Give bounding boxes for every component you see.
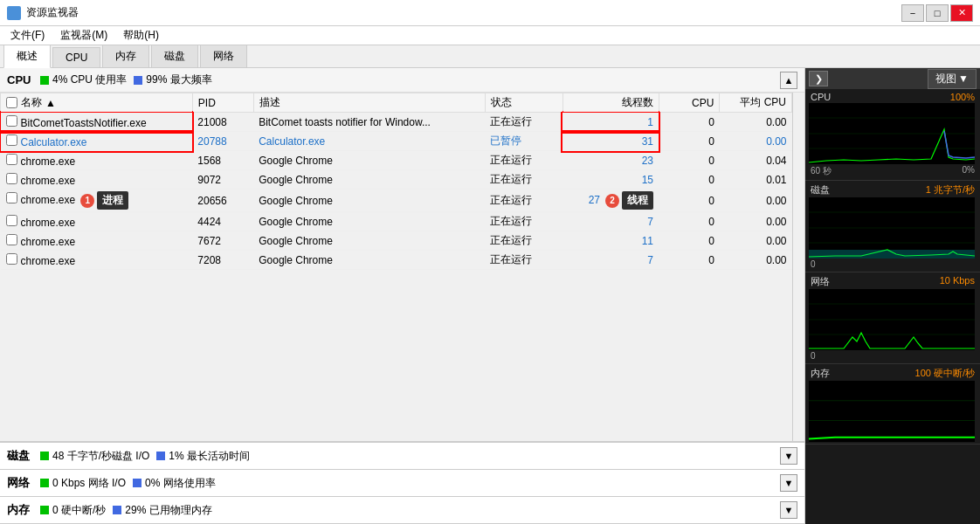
memory-expand-btn[interactable]: ▼ (780, 501, 797, 519)
cpu-table-area: 名称 ▲ PID 描述 状态 线程数 CPU 平均 CPU (0, 93, 804, 441)
process-name-cell: chrome.exe (1, 212, 193, 231)
cpu-table-container[interactable]: 名称 ▲ PID 描述 状态 线程数 CPU 平均 CPU (0, 93, 792, 441)
process-name: chrome.exe (21, 175, 76, 187)
network-section-header[interactable]: 网络 0 Kbps 网络 I/O 0% 网络使用率 ▼ (0, 470, 804, 496)
annotation-label-process: 进程 (97, 191, 128, 210)
process-status: 正在运行 (485, 151, 562, 170)
menu-help[interactable]: 帮助(H) (116, 26, 166, 45)
disk-blue-dot (156, 452, 165, 460)
network-expand-btn[interactable]: ▼ (780, 474, 797, 492)
network-usage-text: 0% 网络使用率 (145, 476, 216, 491)
process-name-cell: Calculator.exe (1, 132, 193, 151)
col-header-status[interactable]: 状态 (485, 93, 562, 113)
table-row[interactable]: chrome.exe1进程20656Google Chrome正在运行272线程… (1, 190, 792, 212)
process-name: chrome.exe (21, 236, 76, 248)
row-checkbox[interactable] (6, 215, 17, 226)
process-avgcpu: 0.00 (720, 251, 792, 270)
disk-active-text: 1% 最长活动时间 (169, 449, 250, 464)
table-row[interactable]: chrome.exe1568Google Chrome正在运行2300.04 (1, 151, 792, 170)
close-button[interactable]: ✕ (950, 4, 973, 22)
process-pid: 20788 (192, 132, 253, 151)
cpu-scrollbar[interactable] (792, 93, 804, 441)
process-threads: 272线程 (562, 190, 659, 212)
process-cpu: 0 (659, 170, 720, 190)
network-title: 网络 (7, 475, 33, 491)
network-status-2: 0% 网络使用率 (133, 476, 216, 491)
row-checkbox[interactable] (6, 154, 17, 165)
memory-blue-dot (113, 506, 121, 514)
cpu-chart-time: 60 秒 (811, 165, 832, 177)
table-row[interactable]: BitCometToastsNotifier.exe21008BitComet … (1, 113, 792, 132)
process-name: Calculator.exe (21, 136, 87, 148)
network-chart-label: 网络 (811, 275, 830, 288)
tab-disk[interactable]: 磁盘 (151, 45, 198, 67)
view-button[interactable]: 视图 ▼ (928, 69, 977, 89)
row-checkbox[interactable] (6, 192, 17, 203)
memory-green-dot (40, 506, 49, 514)
disk-status-2: 1% 最长活动时间 (156, 449, 250, 464)
tab-overview[interactable]: 概述 (3, 45, 51, 68)
disk-green-dot (40, 452, 49, 460)
app-icon (7, 6, 21, 20)
table-row[interactable]: Calculator.exe20788Calculator.exe已暂停3100… (1, 132, 792, 151)
tab-memory[interactable]: 内存 (102, 45, 149, 67)
annotation-label-thread: 线程 (622, 191, 653, 210)
disk-expand-btn[interactable]: ▼ (780, 447, 797, 465)
process-avgcpu: 0.01 (720, 170, 792, 190)
row-checkbox[interactable] (6, 173, 17, 184)
tab-network[interactable]: 网络 (200, 45, 247, 67)
table-row[interactable]: chrome.exe4424Google Chrome正在运行700.00 (1, 212, 792, 231)
row-checkbox[interactable] (6, 134, 17, 146)
network-section: 网络 0 Kbps 网络 I/O 0% 网络使用率 ▼ (0, 470, 804, 497)
process-avgcpu: 0.00 (720, 212, 792, 231)
process-name: chrome.exe (21, 155, 76, 168)
process-threads: 15 (562, 170, 659, 190)
process-desc: Google Chrome (253, 212, 485, 231)
row-checkbox[interactable] (6, 253, 17, 265)
tab-cpu[interactable]: CPU (52, 47, 100, 67)
maximize-button[interactable]: □ (926, 4, 949, 22)
right-panel-header: ❯ 视图 ▼ (805, 68, 980, 89)
network-green-dot (40, 479, 49, 487)
row-checkbox[interactable] (6, 115, 17, 127)
disk-chart-zero: 0 (811, 259, 816, 269)
col-header-threads[interactable]: 线程数 (562, 93, 659, 113)
nav-button[interactable]: ❯ (809, 71, 828, 86)
table-row[interactable]: chrome.exe7208Google Chrome正在运行700.00 (1, 251, 792, 270)
col-header-cpu[interactable]: CPU (659, 93, 720, 113)
process-pid: 9072 (192, 170, 253, 190)
table-row[interactable]: chrome.exe7672Google Chrome正在运行1100.00 (1, 231, 792, 251)
process-cpu: 0 (659, 190, 720, 212)
process-name: chrome.exe (21, 217, 76, 229)
memory-title: 内存 (7, 502, 33, 518)
col-header-desc[interactable]: 描述 (253, 93, 485, 113)
disk-io-text: 48 千字节/秒磁盘 I/O (52, 449, 149, 464)
select-all-checkbox[interactable] (6, 97, 17, 108)
memory-chart-section: 内存 100 硬中断/秒 (805, 364, 980, 445)
sort-icon-name: ▲ (45, 97, 56, 109)
menu-file[interactable]: 文件(F) (3, 26, 52, 45)
process-threads: 1 (562, 113, 659, 132)
disk-title: 磁盘 (7, 448, 33, 464)
chevron-down-icon: ▼ (958, 72, 969, 85)
process-desc: Calculator.exe (253, 132, 485, 151)
memory-section-header[interactable]: 内存 0 硬中断/秒 29% 已用物理内存 ▼ (0, 497, 804, 523)
process-status: 正在运行 (485, 251, 562, 270)
cpu-table: 名称 ▲ PID 描述 状态 线程数 CPU 平均 CPU (0, 93, 792, 270)
col-header-name[interactable]: 名称 ▲ (1, 93, 193, 113)
cpu-expand-btn[interactable]: ▲ (780, 72, 797, 89)
cpu-chart-percent: 0% (963, 165, 975, 177)
col-header-avgcpu[interactable]: 平均 CPU (720, 93, 792, 113)
process-avgcpu: 0.04 (720, 151, 792, 170)
menu-monitor[interactable]: 监视器(M) (53, 26, 114, 45)
network-blue-dot (133, 479, 141, 487)
annotation-circle-2: 2 (605, 194, 619, 208)
process-cpu: 0 (659, 132, 720, 151)
row-checkbox[interactable] (6, 234, 17, 245)
col-header-pid[interactable]: PID (192, 93, 253, 113)
table-row[interactable]: chrome.exe9072Google Chrome正在运行1500.01 (1, 170, 792, 190)
memory-chart-canvas (809, 381, 975, 442)
cpu-chart-section: CPU 100% 60 秒 0% (805, 89, 980, 181)
disk-section-header[interactable]: 磁盘 48 千字节/秒磁盘 I/O 1% 最长活动时间 ▼ (0, 443, 804, 469)
minimize-button[interactable]: − (901, 4, 924, 22)
